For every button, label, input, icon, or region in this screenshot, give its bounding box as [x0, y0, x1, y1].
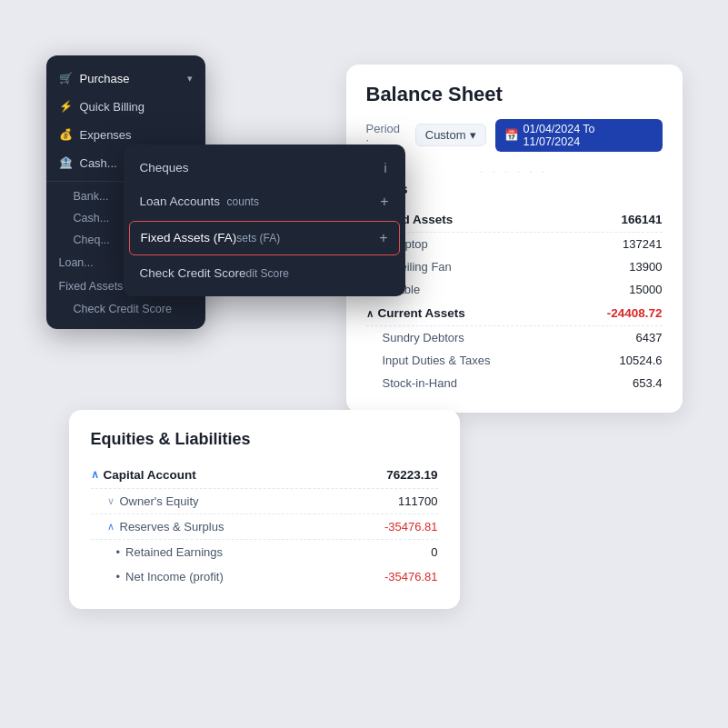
dropdown-item-loanaccounts[interactable]: Loan Accounts counts + — [124, 184, 405, 219]
period-select-label: Custom — [425, 128, 466, 142]
stock-in-hand-label: Stock-in-Hand — [383, 376, 457, 390]
dropdown-item-fixedassets[interactable]: Fixed Assets (FA)sets (FA) + — [129, 221, 400, 255]
plus-icon-loan: + — [380, 194, 388, 210]
dot-ni-icon — [116, 570, 121, 583]
creditcheck-label: Check Credit Scoredit Score — [140, 266, 289, 280]
balance-sheet-title: Balance Sheet — [366, 83, 663, 106]
owners-equity-label: ∨ Owner's Equity — [107, 494, 199, 508]
dots-icon: i — [384, 161, 388, 175]
plus-icon-fa-dropdown: + — [379, 230, 387, 246]
retained-earnings-value: 0 — [431, 545, 437, 559]
input-duties-row: Input Duties & Taxes 10524.6 — [366, 349, 663, 372]
assets-title: Assets — [366, 182, 663, 200]
fixed-assets-group-value: 166141 — [621, 213, 662, 226]
quickbilling-icon: ⚡ — [59, 100, 73, 113]
input-duties-value: 10524.6 — [620, 354, 663, 367]
sundry-debtors-row: Sundry Debtors 6437 — [366, 326, 663, 349]
laptop-row: Laptop 137241 — [366, 233, 663, 255]
net-income-label: Net Income (profit) — [116, 570, 224, 583]
ceiling-fan-value: 13900 — [629, 260, 662, 274]
net-income-value: -35476.81 — [384, 570, 438, 583]
stock-in-hand-row: Stock-in-Hand 653.4 — [366, 372, 663, 394]
chevron-icon: ▾ — [470, 128, 476, 142]
sidebar-expenses-label: Expenses — [80, 128, 132, 142]
sidebar-purchase-label: Purchase — [80, 72, 130, 85]
calendar-icon: 📅 — [504, 128, 519, 142]
dropdown-item-cheques[interactable]: Cheques i — [124, 152, 405, 184]
current-assets-group-row[interactable]: Current Assets -24408.72 — [366, 301, 663, 326]
sidebar-item-purchase[interactable]: 🛒 Purchase ▾ — [46, 65, 205, 93]
dropdown-item-creditcheck[interactable]: Check Credit Scoredit Score — [124, 257, 405, 289]
capital-account-label: ∧ Capital Account — [91, 468, 196, 482]
chevron-down-icon: ▾ — [187, 73, 193, 85]
scene: 🛒 Purchase ▾ ⚡ Quick Billing 💰 Expenses … — [19, 28, 710, 701]
capital-account-row[interactable]: ∧ Capital Account 76223.19 — [91, 462, 438, 489]
cheques-label: Cheques — [140, 161, 189, 175]
chevron-up-cap-icon: ∧ — [91, 468, 99, 481]
chevron-down-oe-icon: ∨ — [107, 495, 115, 507]
bs-dots: . . . . . . — [366, 165, 663, 175]
reserves-surplus-value: -35476.81 — [384, 520, 438, 534]
sidebar-cash-label: Cash... — [80, 156, 117, 170]
table-row: Table 15000 — [366, 278, 663, 301]
purchase-icon: 🛒 — [59, 72, 73, 85]
loan-accounts-label: Loan Accounts counts — [140, 194, 259, 208]
fixed-assets-group-row[interactable]: Fixed Assets 166141 — [366, 207, 663, 233]
retained-earnings-row: Retained Earnings 0 — [91, 540, 438, 564]
sundry-debtors-label: Sundry Debtors — [383, 331, 464, 344]
sidebar-quickbilling-label: Quick Billing — [80, 100, 145, 114]
equities-liabilities-card: Equities & Liabilities ∧ Capital Account… — [69, 410, 460, 609]
reserves-surplus-row[interactable]: ∧ Reserves & Surplus -35476.81 — [91, 514, 438, 540]
date-range-label: 01/04/2024 To 11/07/2024 — [524, 123, 653, 148]
fixed-assets-dropdown-label: Fixed Assets (FA)sets (FA) — [141, 231, 281, 244]
laptop-value: 137241 — [623, 237, 662, 251]
chevron-up-rs-icon: ∧ — [107, 521, 115, 533]
expenses-icon: 💰 — [59, 128, 73, 141]
sidebar-loan-label: Loan... — [59, 256, 94, 269]
sidebar-sub-creditcheck[interactable]: Check Credit Score — [46, 298, 205, 320]
period-select[interactable]: Custom ▾ — [415, 124, 486, 146]
owners-equity-row[interactable]: ∨ Owner's Equity 111700 — [91, 489, 438, 514]
period-row: Period : Custom ▾ 📅 01/04/2024 To 11/07/… — [366, 119, 663, 152]
retained-earnings-label: Retained Earnings — [116, 545, 224, 559]
dropdown-menu: Cheques i Loan Accounts counts + Fixed A… — [124, 145, 405, 296]
input-duties-label: Input Duties & Taxes — [383, 354, 491, 367]
ceiling-fan-row: Ceiling Fan 13900 — [366, 255, 663, 278]
capital-account-value: 76223.19 — [386, 468, 437, 482]
date-range: 📅 01/04/2024 To 11/07/2024 — [495, 119, 663, 152]
sidebar-item-quickbilling[interactable]: ⚡ Quick Billing — [46, 93, 205, 121]
current-assets-group-value: -24408.72 — [607, 306, 663, 320]
dot-re-icon — [116, 545, 121, 559]
equities-title: Equities & Liabilities — [91, 430, 438, 449]
chevron-up-ca-icon — [366, 306, 374, 320]
current-assets-group-label: Current Assets — [366, 306, 465, 320]
cash-icon: 🏦 — [59, 156, 73, 169]
owners-equity-value: 111700 — [398, 494, 437, 508]
table-value: 15000 — [629, 283, 662, 296]
reserves-surplus-label: ∧ Reserves & Surplus — [107, 520, 224, 534]
stock-in-hand-value: 653.4 — [633, 376, 663, 390]
sundry-debtors-value: 6437 — [636, 331, 663, 344]
net-income-row: Net Income (profit) -35476.81 — [91, 564, 438, 589]
